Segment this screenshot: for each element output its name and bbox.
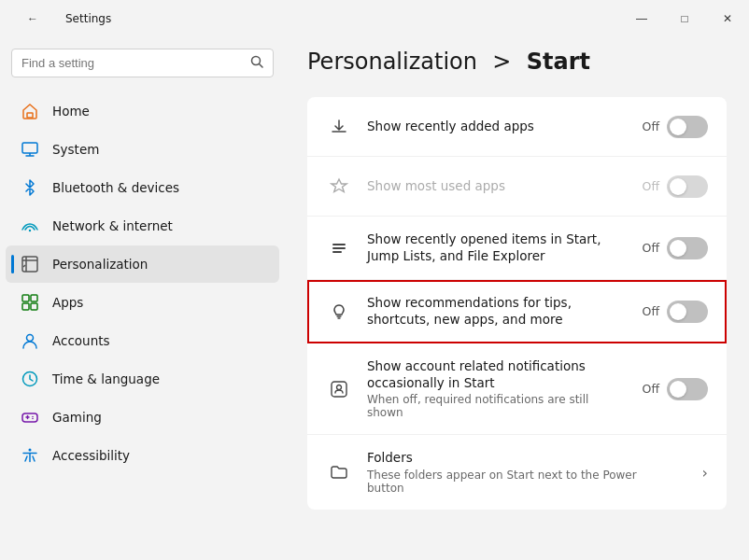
setting-label-account-notifications: Show account related notifications occas… [367, 358, 628, 391]
svg-point-13 [27, 335, 34, 342]
gaming-icon [21, 408, 39, 427]
svg-line-8 [23, 265, 25, 267]
svg-point-19 [32, 418, 34, 420]
search-icon [250, 55, 263, 71]
minimize-button[interactable]: — [620, 4, 663, 34]
content-area: Personalization > Start Show recently ad… [285, 34, 749, 560]
nav-item-label: Home [52, 104, 90, 119]
toggle-switch-recently-added[interactable] [667, 116, 708, 138]
setting-label-recently-opened: Show recently opened items in Start, Jum… [367, 231, 628, 264]
sidebar-item-network[interactable]: Network & internet [6, 207, 279, 245]
svg-rect-2 [27, 113, 33, 118]
setting-control-recently-opened: Off [643, 237, 708, 259]
breadcrumb-chevron: > [492, 49, 511, 75]
svg-rect-21 [332, 244, 346, 245]
accounts-icon [21, 331, 39, 350]
close-button[interactable]: ✕ [706, 4, 749, 34]
setting-row-recently-opened: Show recently opened items in Start, Jum… [307, 217, 727, 280]
setting-control-recommendations: Off [643, 301, 708, 323]
nav-item-label: System [52, 142, 99, 157]
svg-rect-12 [31, 303, 37, 310]
network-icon [21, 217, 39, 235]
settings-card: Show recently added apps Off Show most u… [307, 97, 727, 510]
setting-sublabel-folders: These folders appear on Start next to th… [367, 469, 672, 495]
setting-control-folders: › [687, 464, 708, 482]
recent-icon [326, 235, 352, 261]
account-circle-icon [326, 376, 352, 402]
setting-text-account-notifications: Show account related notifications occas… [367, 358, 628, 419]
chevron-right-icon: › [702, 464, 708, 482]
bluetooth-icon [21, 178, 39, 197]
sidebar-item-bluetooth[interactable]: Bluetooth & devices [6, 169, 279, 206]
app-body: Home System Bluetooth & devices Network … [0, 34, 749, 560]
maximize-button[interactable]: □ [663, 4, 706, 34]
svg-rect-7 [22, 257, 37, 272]
nav-item-label: Gaming [52, 410, 102, 425]
setting-control-account-notifications: Off [643, 378, 708, 400]
setting-label-recommendations: Show recommendations for tips, shortcuts… [367, 295, 628, 328]
svg-rect-22 [332, 247, 346, 249]
sidebar-item-home[interactable]: Home [6, 92, 279, 130]
home-icon [21, 102, 39, 120]
setting-row-folders: Folders These folders appear on Start ne… [307, 435, 727, 510]
sidebar-item-accessibility[interactable]: Accessibility [6, 437, 279, 474]
svg-line-1 [260, 64, 263, 68]
setting-row-recommendations: Show recommendations for tips, shortcuts… [307, 280, 727, 343]
toggle-switch-recommendations[interactable] [667, 301, 708, 323]
toggle-switch-account-notifications[interactable] [667, 378, 708, 400]
svg-point-18 [32, 416, 34, 418]
sidebar-item-system[interactable]: System [6, 131, 279, 168]
search-input[interactable] [21, 56, 243, 70]
setting-row-most-used: Show most used apps Off [307, 157, 727, 217]
setting-control-most-used: Off [643, 175, 708, 198]
sidebar-item-time[interactable]: Time & language [6, 360, 279, 398]
toggle-switch-most-used [667, 175, 708, 198]
toggle-off-label: Off [643, 241, 659, 255]
toggle-off-label: Off [643, 382, 659, 396]
toggle-off-label: Off [643, 119, 659, 133]
setting-text-folders: Folders These folders appear on Start ne… [367, 450, 672, 495]
svg-rect-10 [31, 295, 37, 301]
lightbulb-icon [326, 299, 352, 325]
page-section-title: Start [527, 49, 590, 75]
svg-point-25 [337, 385, 342, 389]
download-icon [326, 114, 352, 140]
svg-rect-11 [22, 303, 29, 310]
sidebar-item-gaming[interactable]: Gaming [6, 399, 279, 436]
titlebar-left: ← Settings [11, 4, 111, 34]
setting-control-recently-added: Off [643, 116, 708, 138]
setting-row-account-notifications: Show account related notifications occas… [307, 343, 727, 435]
sidebar-item-accounts[interactable]: Accounts [6, 322, 279, 359]
sidebar-item-apps[interactable]: Apps [6, 284, 279, 321]
nav-item-label: Accessibility [52, 448, 130, 463]
titlebar-controls: — □ ✕ [620, 4, 749, 34]
nav-item-label: Personalization [52, 257, 148, 272]
svg-rect-23 [332, 251, 342, 253]
breadcrumb: Personalization [307, 49, 477, 75]
search-box[interactable] [11, 49, 274, 77]
nav-item-label: Apps [52, 295, 83, 310]
setting-row-recently-added: Show recently added apps Off [307, 97, 727, 157]
toggle-switch-recently-opened[interactable] [667, 237, 708, 259]
nav-item-label: Network & internet [52, 218, 173, 233]
svg-rect-15 [22, 413, 37, 422]
system-icon [21, 140, 39, 159]
personalization-icon [21, 255, 39, 273]
svg-rect-9 [22, 295, 29, 301]
svg-rect-3 [22, 143, 37, 153]
setting-text-recommendations: Show recommendations for tips, shortcuts… [367, 295, 628, 328]
nav-item-label: Time & language [52, 371, 160, 386]
setting-sublabel-account-notifications: When off, required notifications are sti… [367, 393, 628, 419]
setting-text-recently-opened: Show recently opened items in Start, Jum… [367, 231, 628, 264]
nav-item-label: Bluetooth & devices [52, 180, 179, 195]
page-title: Personalization > Start [307, 49, 727, 75]
sidebar-item-personalization[interactable]: Personalization [6, 245, 279, 283]
nav-item-label: Accounts [52, 333, 110, 348]
accessibility-icon [21, 446, 39, 465]
sidebar: Home System Bluetooth & devices Network … [0, 34, 285, 560]
back-button[interactable]: ← [11, 4, 54, 34]
svg-point-20 [29, 449, 32, 452]
titlebar: ← Settings — □ ✕ [0, 0, 749, 34]
star-icon [326, 174, 352, 200]
setting-label-most-used: Show most used apps [367, 178, 628, 195]
